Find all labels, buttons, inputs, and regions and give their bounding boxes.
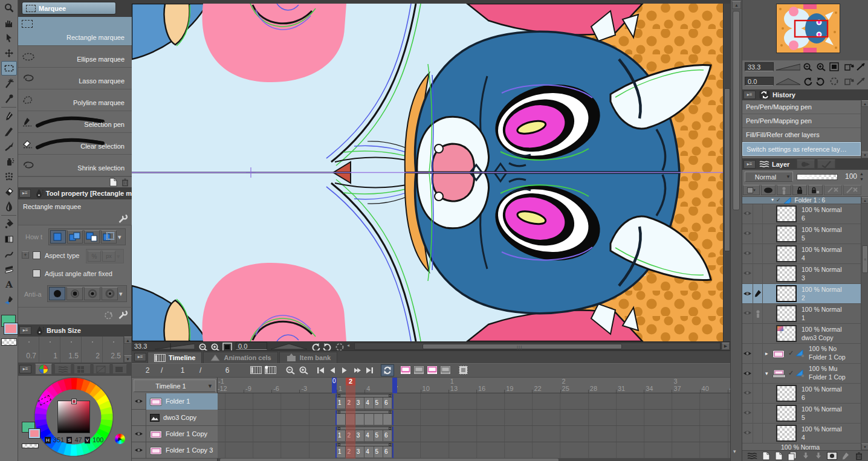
anti-aliasing-middle-button[interactable] xyxy=(84,287,100,300)
cel-cell[interactable] xyxy=(374,414,383,425)
dock-scroll-handle[interactable] xyxy=(733,11,740,210)
auto-select-tool[interactable] xyxy=(1,76,17,91)
timeline-row-folder-1[interactable]: Folder 1 xyxy=(132,393,218,410)
scroll-down-icon[interactable]: ▼ xyxy=(124,355,132,363)
nav-rotate-right-icon[interactable] xyxy=(816,77,826,86)
layer-scroll-down-icon[interactable]: ▼ xyxy=(861,443,868,450)
timeline-row-body[interactable]: Folder 1 Copy xyxy=(146,426,218,442)
layer-row-5[interactable]: 100 % Normal5 xyxy=(742,404,861,424)
layer-thumbnail[interactable] xyxy=(776,245,797,262)
timeline-edit-icon[interactable] xyxy=(250,366,262,375)
subtool-group-header[interactable]: Marquee xyxy=(22,2,116,15)
history-item[interactable]: Pen/Pen/Mapping pen xyxy=(742,100,861,114)
layer-scroll-handle[interactable]: ≡ xyxy=(862,245,868,273)
out-point-marker[interactable] xyxy=(392,378,397,393)
layer-row-clipped[interactable]: ▾✓Folder 1 : 6 xyxy=(742,197,861,204)
cel-cell[interactable] xyxy=(383,414,392,425)
start-frame-value[interactable]: 1 xyxy=(175,366,190,375)
layer-row-dwo3-copy[interactable]: 100 % Normaldwo3 Copy xyxy=(742,324,861,344)
timeline-row-body[interactable]: Folder 1 Copy 3 xyxy=(146,442,218,459)
figure-tool[interactable] xyxy=(1,247,17,262)
play-icon[interactable] xyxy=(341,367,348,374)
dock-scroll-up-icon[interactable]: ▲ xyxy=(732,1,741,9)
anti-aliasing-weak-button[interactable] xyxy=(66,287,83,300)
layer-scroll-up-icon[interactable]: ▲ xyxy=(861,197,868,204)
draw-on-layer-icon[interactable] xyxy=(777,185,791,195)
layer-thumbnail[interactable] xyxy=(776,385,797,402)
correct-line-tool[interactable] xyxy=(1,292,17,307)
cel-cells[interactable]: 123456 xyxy=(337,430,392,441)
fill-tool[interactable] xyxy=(1,217,17,231)
layer-row-3[interactable]: 100 % Normal3 xyxy=(742,264,861,284)
go-to-first-frame-icon[interactable] xyxy=(317,367,325,374)
cel-cell[interactable]: 1 xyxy=(337,446,346,457)
layer-row-folder-1-cop[interactable]: ▾✓100 % MuFolder 1 Cop xyxy=(742,364,861,384)
timeline-row-visibility-toggle[interactable] xyxy=(132,426,146,442)
layer-row-6[interactable]: 100 % Normal6 xyxy=(742,204,861,224)
tab-animation-cels[interactable]: Animation cels xyxy=(203,352,277,363)
previous-frame-icon[interactable] xyxy=(329,367,336,374)
timeline-ruler[interactable]: -1123-12-9-6-314710131619222528313437404… xyxy=(218,378,730,393)
lock-transparent-pixels-icon[interactable] xyxy=(808,185,823,195)
timeline-horizontal-scrollbar[interactable] xyxy=(218,459,730,461)
layer-visibility-toggle[interactable] xyxy=(742,384,753,404)
cel-cell[interactable]: 5 xyxy=(374,430,383,441)
new-timeline-icon[interactable] xyxy=(265,366,276,375)
in-point-marker[interactable]: 0 xyxy=(332,378,337,393)
dock-collapse-icon[interactable]: ▾ xyxy=(733,448,736,454)
color-mode-sphere-icon[interactable]: ▶ xyxy=(115,434,125,444)
scroll-right-icon[interactable]: ▶ xyxy=(722,343,730,350)
brush-tool[interactable] xyxy=(1,139,17,153)
clip-to-layer-below-icon[interactable] xyxy=(761,185,776,195)
nav-rotate-left-icon[interactable] xyxy=(803,77,812,86)
cel-cell[interactable] xyxy=(364,414,374,425)
brush-size-option-1[interactable]: 1 xyxy=(39,337,60,363)
selection-mode-subtract-button[interactable] xyxy=(84,230,100,243)
canvas-area[interactable]: 33.3 0.0 ◂ ||| ▶ xyxy=(132,0,730,350)
tab-color-set[interactable] xyxy=(74,364,91,374)
sv-cursor[interactable] xyxy=(72,399,76,404)
layer-thumbnail[interactable] xyxy=(776,425,797,442)
palette-menu-icon[interactable]: ▸≡ xyxy=(134,353,146,361)
history-item[interactable]: Switch settings as reference lay… xyxy=(742,142,861,156)
airbrush-tool[interactable] xyxy=(1,154,17,169)
canvas-zoom-slider[interactable] xyxy=(155,343,195,350)
brush-size-option-0.7[interactable]: 0.7 xyxy=(18,337,39,363)
layer-visibility-toggle[interactable] xyxy=(742,204,753,224)
onion-skin-icon[interactable] xyxy=(458,365,468,375)
layer-row-body[interactable]: 100 % Normal3 xyxy=(763,264,861,284)
layer-row-body[interactable]: ▾✓100 % MuFolder 1 Cop xyxy=(763,364,861,384)
new-subtool-icon[interactable] xyxy=(109,178,117,187)
timeline-row-visibility-toggle[interactable] xyxy=(132,442,146,459)
layer-row-body[interactable]: 100 % Normal2 xyxy=(763,284,861,304)
canvas-horizontal-scrollbar[interactable]: ||| xyxy=(354,343,721,350)
layer-row-4[interactable]: 100 % Normal4 xyxy=(742,244,861,264)
zoom-tool[interactable] xyxy=(1,1,17,15)
layer-visibility-toggle[interactable] xyxy=(742,364,753,384)
layer-thumbnail[interactable] xyxy=(776,265,797,282)
assign-cel-icon[interactable] xyxy=(427,366,438,375)
nav-zoom-in-icon[interactable] xyxy=(816,62,826,71)
timeline-row-body[interactable]: Folder 1 xyxy=(146,393,218,410)
cel-cell[interactable]: 3 xyxy=(355,430,364,441)
eraser-tool[interactable] xyxy=(1,184,17,199)
layer-thumbnail[interactable] xyxy=(776,305,797,322)
new-layer-folder-icon[interactable] xyxy=(787,451,797,460)
anti-aliasing-strong-button[interactable] xyxy=(102,287,118,300)
tab-timeline[interactable]: Timeline xyxy=(147,352,202,363)
cel-cell[interactable]: 1 xyxy=(337,430,346,441)
cel-cell[interactable]: 4 xyxy=(364,398,374,408)
delete-subtool-icon[interactable] xyxy=(121,178,129,187)
new-animation-cel-icon[interactable] xyxy=(400,366,411,375)
playhead-column[interactable] xyxy=(346,378,355,461)
cel-cell[interactable]: 5 xyxy=(374,398,383,408)
palette-menu-icon[interactable]: ▸≡ xyxy=(19,326,31,335)
layer-row-5[interactable]: 100 % Normal5 xyxy=(742,224,861,244)
brush-size-option-2.5[interactable]: 2.5 xyxy=(103,337,124,363)
navigator-zoom-slider[interactable] xyxy=(776,63,800,71)
timeline-row-body[interactable]: dwo3 Copy xyxy=(146,410,218,426)
layer-visibility-toggle[interactable] xyxy=(742,244,753,264)
subtool-item-clear-selection[interactable]: Clear selection xyxy=(18,133,132,155)
selection-mode-multiply-button[interactable] xyxy=(101,230,117,243)
timeline-frames-area[interactable]: -1123-12-9-6-314710131619222528313437404… xyxy=(218,378,730,461)
